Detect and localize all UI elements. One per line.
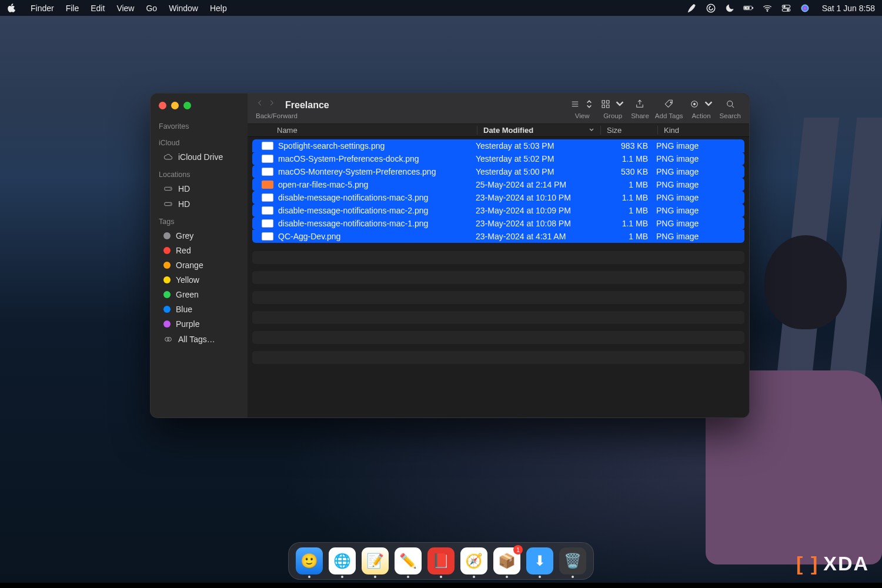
sidebar-tag-grey[interactable]: Grey [155, 229, 243, 243]
file-date: Yesterday at 5:03 PM [476, 141, 599, 151]
quill-icon[interactable] [687, 3, 697, 14]
sidebar-heading-favorites: Favorites [151, 116, 248, 133]
sidebar-item-icloud-drive[interactable]: iCloud Drive [155, 150, 243, 164]
toolbar-action[interactable]: Action [689, 97, 714, 119]
share-icon [634, 99, 645, 109]
minimize-button[interactable] [171, 102, 179, 109]
window-title: Freelance [285, 100, 329, 111]
col-name[interactable]: Name [248, 126, 477, 135]
siri-icon[interactable] [800, 3, 810, 14]
running-dot-icon [572, 576, 574, 578]
tag-dot-icon [163, 320, 171, 328]
window-controls [151, 99, 248, 116]
file-thumbnail-icon [262, 232, 273, 240]
toolbar-view[interactable]: View [570, 97, 594, 119]
file-name: Spotlight-search-settings.png [278, 141, 476, 151]
dock-app-finder[interactable]: 🙂 [296, 547, 323, 574]
dock-app-textedit[interactable]: ✏️ [395, 547, 422, 574]
file-row[interactable]: disable-message-notifications-mac-1.png2… [252, 217, 744, 230]
file-row[interactable]: macOS-System-Preferences-dock.pngYesterd… [252, 152, 744, 165]
dock-app-parcel[interactable]: 📦1 [493, 547, 520, 574]
col-size[interactable]: Size [600, 126, 657, 135]
svg-point-0 [707, 4, 715, 12]
nav-back-button[interactable] [256, 99, 264, 109]
sidebar-item-all-tags[interactable]: All Tags… [155, 332, 243, 346]
dock-app-notes[interactable]: 📝 [362, 547, 389, 574]
menu-file[interactable]: File [60, 4, 85, 13]
sidebar-tag-red[interactable]: Red [155, 243, 243, 258]
file-row[interactable]: QC-Agg-Dev.png23-May-2024 at 4:31 AM1 MB… [252, 230, 744, 243]
running-dot-icon [374, 576, 376, 578]
grammarly-icon[interactable] [706, 3, 716, 14]
sidebar-item-label: HD [178, 184, 190, 193]
sidebar-tag-yellow[interactable]: Yellow [155, 273, 243, 287]
sidebar-tag-green[interactable]: Green [155, 288, 243, 302]
screen-bottom-edge [0, 583, 882, 588]
menu-view[interactable]: View [111, 4, 140, 13]
tag-icon [664, 99, 674, 109]
empty-rows [252, 251, 744, 364]
file-row[interactable]: disable-message-notifications-mac-2.png2… [252, 204, 744, 217]
dock-app-pdf[interactable]: 📕 [427, 547, 455, 574]
svg-point-23 [727, 101, 733, 106]
running-dot-icon [440, 576, 442, 578]
svg-point-22 [693, 103, 695, 105]
list-view-icon [570, 99, 580, 109]
sidebar-tag-orange[interactable]: Orange [155, 258, 243, 272]
toolbar-caption-search: Search [720, 112, 741, 119]
do-not-disturb-icon[interactable] [724, 3, 735, 14]
sidebar-item-label: Orange [176, 260, 203, 270]
control-center-icon[interactable] [781, 3, 791, 14]
dock-app-edge[interactable]: 🌐 [329, 547, 356, 574]
toolbar-addtags[interactable]: Add Tags [655, 97, 683, 119]
svg-point-13 [170, 203, 171, 204]
dock-app-safari[interactable]: 🧭 [460, 547, 487, 574]
zoom-button[interactable] [183, 102, 191, 109]
running-dot-icon [308, 576, 310, 578]
toolbar-search[interactable]: Search [720, 97, 741, 119]
file-thumbnail-icon [262, 168, 273, 176]
file-kind: PNG image [656, 141, 744, 151]
menu-edit[interactable]: Edit [85, 4, 111, 13]
svg-rect-18 [602, 105, 605, 108]
apple-menu[interactable] [7, 4, 16, 13]
file-size: 1 MB [599, 232, 656, 241]
toolbar-group[interactable]: Group [600, 97, 625, 119]
svg-point-15 [168, 338, 172, 342]
file-row[interactable]: disable-message-notifications-mac-3.png2… [252, 191, 744, 204]
toolbar-share[interactable]: Share [631, 97, 649, 119]
col-date-modified[interactable]: Date Modified [477, 126, 600, 135]
col-kind[interactable]: Kind [657, 126, 749, 135]
sidebar-tag-blue[interactable]: Blue [155, 302, 243, 316]
toolbar-caption-view: View [575, 112, 590, 119]
dock-app-trash[interactable]: 🗑️ [559, 547, 586, 574]
sidebar-tag-purple[interactable]: Purple [155, 317, 243, 331]
file-kind: PNG image [656, 167, 744, 176]
file-name: macOS-System-Preferences-dock.png [278, 154, 476, 163]
nav-forward-button[interactable] [268, 99, 276, 109]
file-size: 1.1 MB [599, 219, 656, 228]
sidebar-item-hd-1[interactable]: HD [155, 182, 243, 196]
svg-point-8 [787, 9, 789, 11]
file-thumbnail-icon [262, 206, 273, 215]
file-row[interactable]: open-rar-files-mac-5.png25-May-2024 at 2… [252, 178, 744, 191]
file-name: disable-message-notifications-mac-3.png [278, 193, 476, 202]
notification-badge: 1 [513, 545, 523, 554]
battery-icon[interactable] [743, 3, 754, 14]
disk-icon [163, 199, 173, 209]
file-row[interactable]: macOS-Monterey-System-Preferences.pngYes… [252, 165, 744, 178]
menubar-clock[interactable]: Sat 1 Jun 8:58 [822, 4, 875, 13]
dock-app-downloads[interactable]: ⬇︎ [526, 547, 553, 574]
file-row[interactable]: Spotlight-search-settings.pngYesterday a… [252, 139, 744, 152]
close-button[interactable] [159, 102, 166, 109]
menu-help[interactable]: Help [204, 4, 233, 13]
running-dot-icon [506, 576, 508, 578]
wifi-icon[interactable] [762, 3, 773, 14]
file-kind: PNG image [656, 193, 744, 202]
menu-window[interactable]: Window [163, 4, 204, 13]
file-name: disable-message-notifications-mac-2.png [278, 206, 476, 215]
menubar-app-name[interactable]: Finder [25, 4, 60, 13]
svg-point-14 [165, 338, 169, 342]
sidebar-item-hd-2[interactable]: HD [155, 197, 243, 211]
menu-go[interactable]: Go [140, 4, 163, 13]
